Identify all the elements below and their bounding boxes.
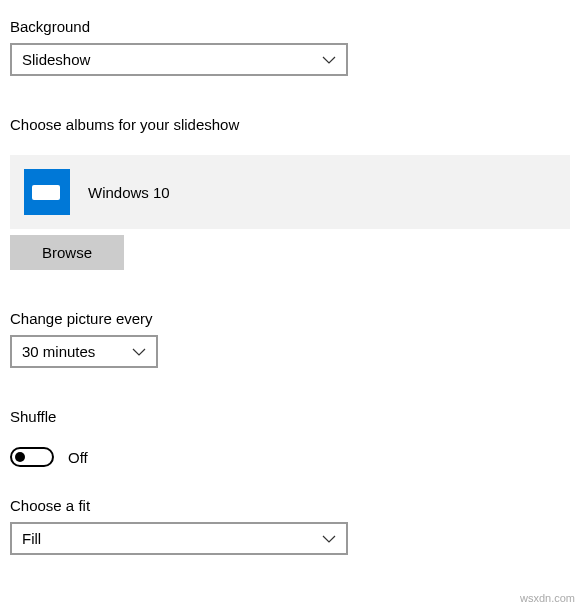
shuffle-state-label: Off — [68, 449, 88, 466]
album-item[interactable]: Windows 10 — [10, 155, 570, 229]
shuffle-toggle[interactable] — [10, 447, 54, 467]
shuffle-label: Shuffle — [10, 408, 573, 425]
fit-dropdown[interactable]: Fill — [10, 522, 348, 555]
change-every-dropdown[interactable]: 30 minutes — [10, 335, 158, 368]
chevron-down-icon — [322, 535, 336, 543]
chevron-down-icon — [322, 56, 336, 64]
browse-button[interactable]: Browse — [10, 235, 124, 270]
change-every-dropdown-value: 30 minutes — [22, 343, 95, 360]
change-every-label: Change picture every — [10, 310, 573, 327]
background-dropdown-value: Slideshow — [22, 51, 90, 68]
background-dropdown[interactable]: Slideshow — [10, 43, 348, 76]
chevron-down-icon — [132, 348, 146, 356]
toggle-knob — [15, 452, 25, 462]
folder-icon — [24, 169, 70, 215]
fit-label: Choose a fit — [10, 497, 573, 514]
albums-label: Choose albums for your slideshow — [10, 116, 573, 133]
background-label: Background — [10, 18, 573, 35]
album-name: Windows 10 — [88, 184, 170, 201]
fit-dropdown-value: Fill — [22, 530, 41, 547]
